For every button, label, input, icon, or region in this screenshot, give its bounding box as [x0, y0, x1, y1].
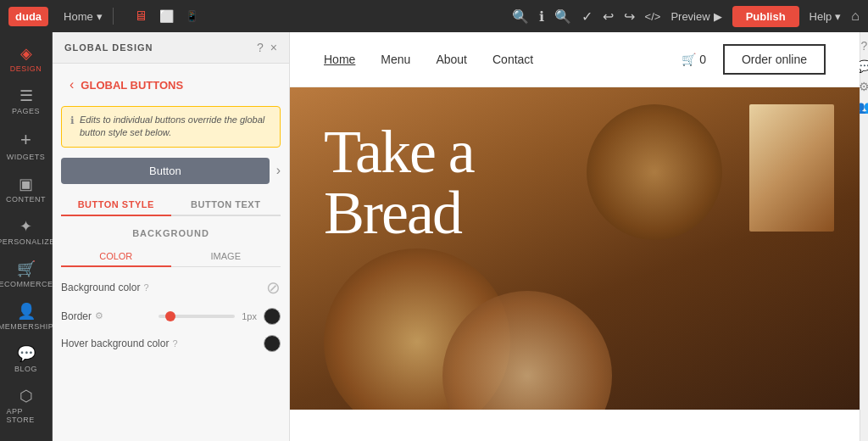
sidebar-item-settings[interactable]: ⚙ SETTINGS: [3, 433, 49, 441]
nav-right: 🛒 0 Order online: [682, 44, 826, 75]
right-panel-icon-1[interactable]: ?: [861, 39, 868, 53]
website-preview: Home Menu About Contact 🛒 0 Order online: [290, 32, 860, 441]
search-icon[interactable]: 🔍: [512, 8, 529, 25]
sidebar-label-pages: PAGES: [12, 107, 40, 115]
sidebar-item-widgets[interactable]: + WIDGETS: [3, 124, 49, 166]
sidebar-label-content: CONTENT: [6, 195, 46, 204]
hover-color-help-icon[interactable]: ?: [172, 338, 177, 349]
code-icon[interactable]: </>: [645, 10, 661, 23]
hover-bg-color-row: Hover background color ?: [61, 335, 281, 352]
nav-link-contact[interactable]: Contact: [492, 53, 533, 66]
sidebar-label-design: DESIGN: [10, 64, 42, 73]
desktop-device-icon[interactable]: 🖥: [131, 7, 151, 25]
border-label: Border ⚙: [61, 310, 103, 322]
device-switcher: 🖥 ⬜ 📱: [131, 7, 202, 25]
sidebar-label-app-store: APP STORE: [7, 407, 46, 424]
preview-button[interactable]: Preview ▶: [670, 10, 721, 23]
sidebar-item-content[interactable]: ▣ CONTENT: [3, 170, 49, 209]
ecommerce-icon: 🛒: [17, 260, 36, 278]
tablet-device-icon[interactable]: ⬜: [156, 8, 177, 25]
nav-link-menu[interactable]: Menu: [381, 53, 410, 66]
right-panel: ? 💬 ⚙ 👥: [860, 32, 868, 441]
sidebar-label-personalize: PERSONALIZE: [0, 237, 55, 246]
sidebar-item-blog[interactable]: 💬 BLOG: [3, 339, 49, 378]
personalize-icon: ✦: [19, 217, 32, 236]
background-color-row: Background color ? ⊘: [61, 277, 281, 298]
back-arrow-icon[interactable]: ‹: [70, 77, 74, 92]
border-settings-icon[interactable]: ⚙: [95, 310, 103, 321]
background-color-help-icon[interactable]: ?: [143, 282, 148, 293]
panel-title: GLOBAL DESIGN: [64, 42, 153, 53]
sidebar-item-membership[interactable]: 👤 MEMBERSHIP: [3, 297, 49, 336]
background-color-value: ⊘: [266, 277, 281, 298]
sidebar-label-blog: BLOG: [14, 365, 37, 373]
design-icon: ◈: [20, 44, 32, 63]
publish-button[interactable]: Publish: [732, 6, 799, 27]
page-selector[interactable]: Home ▾: [64, 10, 103, 23]
border-color-swatch[interactable]: [264, 308, 281, 325]
sidebar-label-ecommerce: ECOMMERCE: [0, 280, 53, 288]
top-bar: duda Home ▾ 🖥 ⬜ 📱 🔍 ℹ 🔍 ✓ ↩ ↪ </> Previe…: [0, 0, 868, 32]
redo-icon[interactable]: ↪: [624, 8, 635, 25]
nav-links: Home Menu About Contact: [324, 53, 533, 66]
border-row: Border ⚙ 1px: [61, 308, 281, 325]
hero-line-2: Bread: [324, 179, 461, 247]
sidebar-item-pages[interactable]: ☰ PAGES: [3, 81, 49, 120]
hero-line-1: Take a: [324, 118, 474, 186]
panel-content: ‹ GLOBAL BUTTONS ℹ Edits to individual b…: [53, 64, 289, 441]
panel-header: GLOBAL DESIGN ? ×: [53, 32, 289, 64]
hover-color-swatch[interactable]: [264, 335, 281, 352]
tab-button-style[interactable]: BUTTON STYLE: [61, 194, 171, 216]
cart-icon[interactable]: 🛒 0: [682, 53, 706, 66]
hover-bg-color-value: [264, 335, 281, 352]
pages-icon: ☰: [19, 87, 33, 105]
sidebar-label-membership: MEMBERSHIP: [0, 322, 53, 331]
global-buttons-header: ‹ GLOBAL BUTTONS: [61, 72, 281, 98]
chevron-right-icon[interactable]: ›: [276, 163, 281, 178]
info-icon[interactable]: ℹ: [539, 8, 544, 25]
main-layout: ◈ DESIGN ☰ PAGES + WIDGETS ▣ CONTENT ✦ P…: [0, 32, 868, 441]
info-box: ℹ Edits to individual buttons override t…: [61, 106, 281, 148]
thumbnail-inner: [749, 104, 834, 232]
info-circle-icon: ℹ: [70, 114, 75, 126]
check-icon[interactable]: ✓: [581, 8, 593, 25]
preview-play-icon: ▶: [714, 10, 722, 23]
duda-logo[interactable]: duda: [8, 7, 48, 26]
sidebar-label-widgets: WIDGETS: [7, 153, 46, 161]
panel-help-icon[interactable]: ?: [257, 41, 264, 54]
help-button[interactable]: Help ▾: [810, 10, 842, 23]
nav-link-about[interactable]: About: [436, 53, 467, 66]
website-nav: Home Menu About Contact 🛒 0 Order online: [290, 32, 860, 87]
hover-bg-color-label: Hover background color ?: [61, 338, 178, 349]
content-icon: ▣: [19, 175, 33, 193]
help-label: Help: [810, 10, 832, 23]
undo-icon[interactable]: ↩: [603, 8, 614, 25]
right-panel-icon-3[interactable]: ⚙: [859, 80, 868, 93]
sub-tab-color[interactable]: COLOR: [61, 247, 171, 267]
sidebar-item-design[interactable]: ◈ DESIGN: [3, 39, 49, 78]
canvas[interactable]: Home Menu About Contact 🛒 0 Order online: [290, 32, 860, 441]
nav-link-home[interactable]: Home: [324, 53, 355, 66]
design-panel: GLOBAL DESIGN ? × ‹ GLOBAL BUTTONS ℹ Edi…: [53, 32, 290, 441]
panel-close-icon[interactable]: ×: [270, 41, 277, 54]
border-width-slider[interactable]: [159, 315, 235, 318]
hero-text: Take a Bread: [324, 121, 474, 243]
button-preview[interactable]: Button: [61, 158, 270, 184]
home-icon[interactable]: ⌂: [851, 8, 860, 24]
order-online-button[interactable]: Order online: [723, 44, 826, 75]
blog-icon: 💬: [17, 344, 36, 363]
tab-button-text[interactable]: BUTTON TEXT: [171, 194, 281, 215]
settings-icon: ⚙: [19, 438, 33, 441]
sidebar-item-personalize[interactable]: ✦ PERSONALIZE: [3, 212, 49, 251]
mobile-device-icon[interactable]: 📱: [182, 8, 202, 24]
hero-section: Take a Bread: [290, 87, 860, 410]
page-dropdown-icon: ▾: [97, 10, 103, 23]
border-slider-row: 1px: [159, 308, 281, 325]
sidebar-item-app-store[interactable]: ⬡ APP STORE: [3, 382, 49, 429]
sub-tab-image[interactable]: IMAGE: [171, 247, 281, 266]
sidebar-item-ecommerce[interactable]: 🛒 ECOMMERCE: [3, 254, 49, 293]
global-buttons-title: GLOBAL BUTTONS: [81, 79, 183, 92]
zoom-icon[interactable]: 🔍: [554, 8, 571, 25]
button-tabs: BUTTON STYLE BUTTON TEXT: [61, 194, 281, 216]
button-preview-row: Button ›: [61, 158, 281, 184]
